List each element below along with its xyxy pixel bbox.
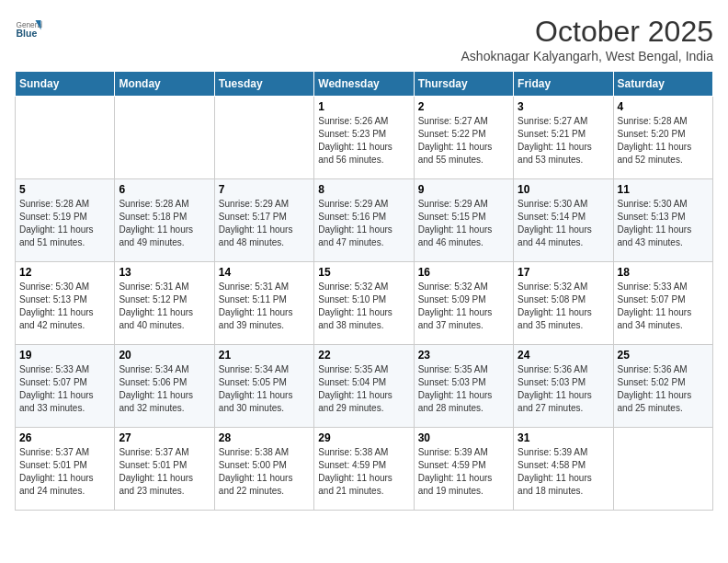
logo-icon: General Blue [15, 15, 42, 42]
day-info: Sunrise: 5:31 AM Sunset: 5:12 PM Dayligh… [119, 281, 210, 332]
calendar-cell: 8Sunrise: 5:29 AM Sunset: 5:16 PM Daylig… [314, 179, 414, 262]
calendar-cell: 20Sunrise: 5:34 AM Sunset: 5:06 PM Dayli… [115, 345, 214, 428]
weekday-header-friday: Friday [514, 72, 613, 97]
calendar-cell [214, 97, 313, 179]
day-info: Sunrise: 5:39 AM Sunset: 4:58 PM Dayligh… [518, 446, 609, 498]
calendar-cell: 26Sunrise: 5:37 AM Sunset: 5:01 PM Dayli… [16, 428, 115, 511]
calendar-cell: 9Sunrise: 5:29 AM Sunset: 5:15 PM Daylig… [414, 179, 513, 262]
calendar-cell [16, 97, 115, 179]
day-number: 18 [618, 266, 709, 279]
day-number: 23 [418, 349, 509, 362]
calendar-cell: 24Sunrise: 5:36 AM Sunset: 5:03 PM Dayli… [514, 345, 613, 428]
day-info: Sunrise: 5:31 AM Sunset: 5:11 PM Dayligh… [219, 281, 310, 332]
day-info: Sunrise: 5:26 AM Sunset: 5:23 PM Dayligh… [318, 115, 409, 167]
day-number: 26 [19, 431, 110, 444]
day-number: 2 [418, 100, 509, 113]
calendar-cell [115, 97, 214, 179]
weekday-header-saturday: Saturday [613, 72, 712, 97]
calendar-cell: 25Sunrise: 5:36 AM Sunset: 5:02 PM Dayli… [613, 345, 712, 428]
day-info: Sunrise: 5:35 AM Sunset: 5:03 PM Dayligh… [418, 363, 509, 415]
day-info: Sunrise: 5:38 AM Sunset: 4:59 PM Dayligh… [318, 446, 409, 498]
weekday-header-sunday: Sunday [16, 72, 115, 97]
calendar-cell: 17Sunrise: 5:32 AM Sunset: 5:08 PM Dayli… [514, 262, 613, 345]
day-number: 13 [119, 266, 210, 279]
calendar-cell: 1Sunrise: 5:26 AM Sunset: 5:23 PM Daylig… [314, 97, 414, 179]
weekday-header-tuesday: Tuesday [214, 72, 313, 97]
day-number: 21 [219, 349, 310, 362]
calendar-cell: 16Sunrise: 5:32 AM Sunset: 5:09 PM Dayli… [414, 262, 513, 345]
calendar-cell: 15Sunrise: 5:32 AM Sunset: 5:10 PM Dayli… [314, 262, 414, 345]
calendar-table: SundayMondayTuesdayWednesdayThursdayFrid… [15, 71, 713, 511]
day-info: Sunrise: 5:27 AM Sunset: 5:22 PM Dayligh… [418, 115, 509, 167]
calendar-cell: 14Sunrise: 5:31 AM Sunset: 5:11 PM Dayli… [214, 262, 313, 345]
day-info: Sunrise: 5:37 AM Sunset: 5:01 PM Dayligh… [119, 446, 210, 498]
day-number: 9 [418, 183, 509, 196]
day-info: Sunrise: 5:30 AM Sunset: 5:13 PM Dayligh… [19, 281, 110, 332]
logo: General Blue [15, 15, 42, 42]
calendar-cell: 30Sunrise: 5:39 AM Sunset: 4:59 PM Dayli… [414, 428, 513, 511]
calendar-week-3: 12Sunrise: 5:30 AM Sunset: 5:13 PM Dayli… [16, 262, 713, 345]
weekday-header-wednesday: Wednesday [314, 72, 414, 97]
day-number: 1 [318, 100, 409, 113]
day-number: 30 [418, 431, 509, 444]
calendar-cell: 21Sunrise: 5:34 AM Sunset: 5:05 PM Dayli… [214, 345, 313, 428]
calendar-week-4: 19Sunrise: 5:33 AM Sunset: 5:07 PM Dayli… [16, 345, 713, 428]
day-info: Sunrise: 5:29 AM Sunset: 5:16 PM Dayligh… [318, 198, 409, 249]
day-info: Sunrise: 5:32 AM Sunset: 5:08 PM Dayligh… [518, 281, 609, 332]
day-info: Sunrise: 5:38 AM Sunset: 5:00 PM Dayligh… [219, 446, 310, 498]
day-number: 8 [318, 183, 409, 196]
day-info: Sunrise: 5:39 AM Sunset: 4:59 PM Dayligh… [418, 446, 509, 498]
day-info: Sunrise: 5:30 AM Sunset: 5:13 PM Dayligh… [618, 198, 709, 249]
day-info: Sunrise: 5:29 AM Sunset: 5:17 PM Dayligh… [219, 198, 310, 249]
day-number: 14 [219, 266, 310, 279]
day-number: 12 [19, 266, 110, 279]
weekday-header-row: SundayMondayTuesdayWednesdayThursdayFrid… [16, 72, 713, 97]
calendar-cell: 2Sunrise: 5:27 AM Sunset: 5:22 PM Daylig… [414, 97, 513, 179]
day-number: 5 [19, 183, 110, 196]
day-info: Sunrise: 5:29 AM Sunset: 5:15 PM Dayligh… [418, 198, 509, 249]
calendar-cell [613, 428, 712, 511]
calendar-cell: 22Sunrise: 5:35 AM Sunset: 5:04 PM Dayli… [314, 345, 414, 428]
day-number: 7 [219, 183, 310, 196]
day-number: 24 [518, 349, 609, 362]
calendar-week-2: 5Sunrise: 5:28 AM Sunset: 5:19 PM Daylig… [16, 179, 713, 262]
day-info: Sunrise: 5:28 AM Sunset: 5:19 PM Dayligh… [19, 198, 110, 249]
day-info: Sunrise: 5:36 AM Sunset: 5:02 PM Dayligh… [618, 363, 709, 415]
calendar-cell: 13Sunrise: 5:31 AM Sunset: 5:12 PM Dayli… [115, 262, 214, 345]
calendar-cell: 27Sunrise: 5:37 AM Sunset: 5:01 PM Dayli… [115, 428, 214, 511]
page-header: General Blue October 2025 Ashoknagar Kal… [15, 15, 713, 63]
calendar-cell: 18Sunrise: 5:33 AM Sunset: 5:07 PM Dayli… [613, 262, 712, 345]
day-number: 4 [618, 100, 709, 113]
day-number: 31 [518, 431, 609, 444]
day-number: 29 [318, 431, 409, 444]
calendar-cell: 10Sunrise: 5:30 AM Sunset: 5:14 PM Dayli… [514, 179, 613, 262]
day-info: Sunrise: 5:33 AM Sunset: 5:07 PM Dayligh… [618, 281, 709, 332]
calendar-cell: 6Sunrise: 5:28 AM Sunset: 5:18 PM Daylig… [115, 179, 214, 262]
day-number: 11 [618, 183, 709, 196]
day-info: Sunrise: 5:32 AM Sunset: 5:09 PM Dayligh… [418, 281, 509, 332]
day-info: Sunrise: 5:28 AM Sunset: 5:20 PM Dayligh… [618, 115, 709, 167]
calendar-cell: 3Sunrise: 5:27 AM Sunset: 5:21 PM Daylig… [514, 97, 613, 179]
calendar-cell: 12Sunrise: 5:30 AM Sunset: 5:13 PM Dayli… [16, 262, 115, 345]
day-number: 27 [119, 431, 210, 444]
calendar-week-1: 1Sunrise: 5:26 AM Sunset: 5:23 PM Daylig… [16, 97, 713, 179]
day-number: 20 [119, 349, 210, 362]
day-number: 6 [119, 183, 210, 196]
day-number: 10 [518, 183, 609, 196]
day-number: 17 [518, 266, 609, 279]
day-number: 22 [318, 349, 409, 362]
calendar-cell: 19Sunrise: 5:33 AM Sunset: 5:07 PM Dayli… [16, 345, 115, 428]
calendar-cell: 4Sunrise: 5:28 AM Sunset: 5:20 PM Daylig… [613, 97, 712, 179]
month-title: October 2025 [461, 15, 713, 49]
day-info: Sunrise: 5:27 AM Sunset: 5:21 PM Dayligh… [518, 115, 609, 167]
day-info: Sunrise: 5:34 AM Sunset: 5:05 PM Dayligh… [219, 363, 310, 415]
calendar-cell: 31Sunrise: 5:39 AM Sunset: 4:58 PM Dayli… [514, 428, 613, 511]
calendar-cell: 7Sunrise: 5:29 AM Sunset: 5:17 PM Daylig… [214, 179, 313, 262]
day-info: Sunrise: 5:34 AM Sunset: 5:06 PM Dayligh… [119, 363, 210, 415]
calendar-week-5: 26Sunrise: 5:37 AM Sunset: 5:01 PM Dayli… [16, 428, 713, 511]
day-number: 15 [318, 266, 409, 279]
title-block: October 2025 Ashoknagar Kalyangarh, West… [461, 15, 713, 63]
day-info: Sunrise: 5:32 AM Sunset: 5:10 PM Dayligh… [318, 281, 409, 332]
weekday-header-thursday: Thursday [414, 72, 513, 97]
svg-text:Blue: Blue [17, 28, 38, 39]
